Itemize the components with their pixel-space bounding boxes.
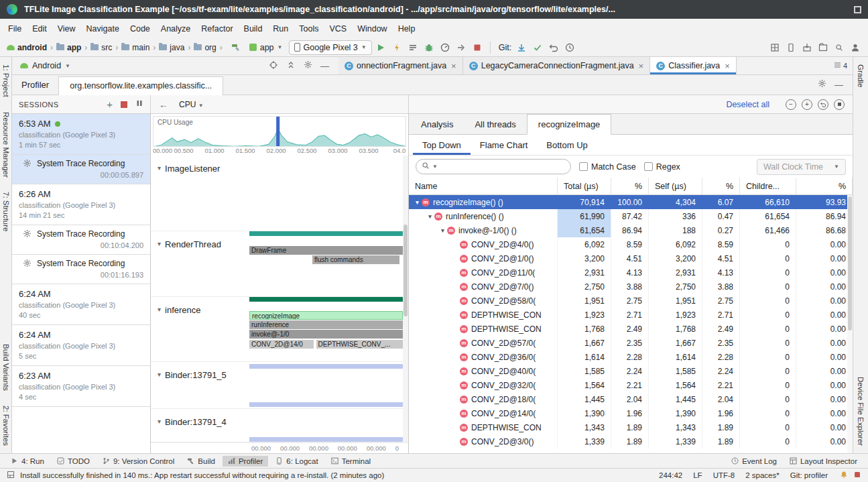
profiler-session-tab[interactable]: org.tensorflow.lite.examples.classific..…: [58, 76, 223, 95]
breadcrumb-item-main[interactable]: main: [120, 42, 151, 54]
scrollbar-thumb[interactable]: [404, 225, 408, 316]
commit-button[interactable]: [530, 40, 545, 55]
session-item[interactable]: 6:23 AMclassification (Google Pixel 3)4 …: [12, 366, 150, 407]
subtab-top-down[interactable]: Top Down: [413, 135, 471, 155]
project-view-selector[interactable]: Android ▼ —: [12, 57, 338, 74]
stop-button[interactable]: [470, 40, 485, 55]
recording-indicator-icon[interactable]: [853, 471, 861, 480]
trace-recording-item[interactable]: System Trace Recording00:00:05.897: [12, 155, 150, 184]
device-selector[interactable]: Google Pixel 3 ▼: [289, 40, 372, 55]
close-tab-icon[interactable]: ×: [639, 61, 644, 71]
match-case-option[interactable]: Match Case: [579, 162, 636, 172]
tool-button-4-run[interactable]: 4: Run: [5, 456, 50, 467]
session-item[interactable]: 6:24 AMclassification (Google Pixel 3)40…: [12, 284, 150, 325]
cpu-usage-chart[interactable]: CPU Usage: [153, 116, 406, 147]
search-box[interactable]: ▼: [416, 159, 571, 174]
stripe-button-7-structure[interactable]: 7: Structure: [2, 192, 10, 231]
column-header-self-s[interactable]: Self (µs): [649, 178, 702, 194]
trace-recording-item[interactable]: System Trace Recording00:01:16.193: [12, 255, 150, 284]
thread-toggle[interactable]: ▾inference: [151, 297, 249, 361]
search-input[interactable]: [440, 162, 565, 172]
table-row[interactable]: ▼mCONV_2D@14/0(1,3901.961,3901.9600.00: [409, 406, 853, 420]
run-config-selector[interactable]: app ▼: [245, 42, 288, 54]
stage-selector[interactable]: CPU ▼: [179, 100, 204, 109]
session-item[interactable]: 6:24 AMclassification (Google Pixel 3)5 …: [12, 325, 150, 366]
table-row[interactable]: ▼mCONV_2D@36/0(1,6142.281,6142.2800.00: [409, 350, 853, 364]
layout-inspector-icon[interactable]: [767, 40, 782, 55]
column-header-pct[interactable]: %: [702, 178, 740, 194]
menu-item-run[interactable]: Run: [267, 21, 294, 36]
table-row[interactable]: ▼mCONV_2D@4/0()6,0928.596,0928.5900.00: [409, 237, 853, 251]
history-button[interactable]: [562, 40, 577, 55]
table-row[interactable]: ▼mCONV_2D@18/0(1,4452.041,4452.0400.00: [409, 392, 853, 406]
editor-tab-legacycameraconnectionfragment-java[interactable]: CLegacyCameraConnectionFragment.java×: [463, 57, 651, 74]
menu-item-file[interactable]: File: [3, 21, 27, 36]
table-row[interactable]: ▼mrecognizeImage() ()70,914100.004,3046.…: [409, 195, 853, 209]
table-row[interactable]: ▼mCONV_2D@58/0(1,9512.751,9512.7500.00: [409, 294, 853, 308]
pause-session-button[interactable]: [135, 99, 143, 109]
menu-item-edit[interactable]: Edit: [27, 21, 52, 36]
table-row[interactable]: ▼mrunInference() ()61,99087.423360.4761,…: [409, 209, 853, 223]
table-row[interactable]: ▼mCONV_2D@32/0(1,5642.211,5642.2100.00: [409, 378, 853, 392]
debug-button[interactable]: [422, 40, 436, 55]
table-row[interactable]: ▼mCONV_2D@40/0(1,5852.241,5852.2400.00: [409, 364, 853, 378]
status-lf[interactable]: LF: [693, 471, 702, 479]
editor-tab-classifier-java[interactable]: CClassifier.java×: [650, 57, 737, 74]
notification-bell-icon[interactable]: [840, 471, 848, 480]
analysis-tab-analysis[interactable]: Analysis: [410, 114, 464, 134]
window-controls-icon[interactable]: [854, 6, 861, 13]
reset-zoom-icon[interactable]: [818, 99, 828, 110]
new-session-button[interactable]: +: [107, 99, 113, 109]
device-file-explorer-icon[interactable]: [816, 40, 830, 55]
search-everywhere-button[interactable]: [832, 40, 847, 55]
thread-toggle[interactable]: ▾ImageListener: [151, 156, 249, 231]
trace-event-bar[interactable]: CONV_2D@14/0: [249, 340, 314, 349]
trace-event-bar[interactable]: recognizeImage: [249, 311, 403, 320]
table-row[interactable]: ▼mCONV_2D@1/0()3,2004.513,2004.5100.00: [409, 251, 853, 265]
subtab-bottom-up[interactable]: Bottom Up: [537, 135, 597, 155]
stripe-button-build-variants[interactable]: Build Variants: [2, 344, 10, 391]
stripe-button-gradle[interactable]: Gradle: [857, 64, 865, 88]
trace-event-bar[interactable]: flush commands: [312, 255, 400, 264]
sdk-manager-icon[interactable]: [800, 40, 814, 55]
status-message[interactable]: Install successfully finished in 140 ms.…: [20, 471, 648, 479]
build-hammer-icon[interactable]: [229, 40, 243, 55]
gear-icon[interactable]: [818, 79, 826, 90]
locate-file-icon[interactable]: [269, 60, 278, 72]
tool-button-terminal[interactable]: Terminal: [326, 456, 376, 467]
breadcrumb-item-app[interactable]: app: [55, 42, 82, 54]
column-header-childre[interactable]: Childre...: [740, 178, 796, 194]
tool-button-event-log[interactable]: Event Log: [726, 456, 782, 467]
back-arrow-icon[interactable]: ←: [159, 99, 168, 110]
status-git-profiler[interactable]: Git: profiler: [790, 471, 828, 479]
tool-button-layout-inspector[interactable]: Layout Inspector: [784, 456, 863, 467]
breadcrumb-item-java[interactable]: java: [158, 42, 186, 54]
regex-checkbox[interactable]: [644, 162, 653, 171]
trace-event-bar[interactable]: runInference: [249, 320, 403, 329]
thread-toggle[interactable]: ▾Binder:13791_5: [151, 362, 249, 408]
zoom-out-icon[interactable]: −: [786, 99, 796, 110]
menu-item-help[interactable]: Help: [393, 21, 421, 36]
menu-item-navigate[interactable]: Navigate: [81, 21, 125, 36]
hide-panel-icon[interactable]: —: [834, 80, 843, 89]
analysis-tab-recognizeimage[interactable]: recognizeImage: [527, 114, 612, 135]
stripe-button-resource-manager[interactable]: Resource Manager: [2, 112, 10, 178]
thread-state-bar[interactable]: [249, 402, 403, 407]
regex-option[interactable]: Regex: [644, 162, 680, 172]
session-item[interactable]: 6:26 AMclassification (Google Pixel 3)14…: [12, 184, 150, 225]
subtab-flame-chart[interactable]: Flame Chart: [471, 135, 538, 155]
trace-event-bar[interactable]: DEPTHWISE_CONV_...: [316, 340, 403, 349]
toolwindow-toggle-icon[interactable]: [7, 471, 15, 480]
thread-state-bar[interactable]: [249, 364, 403, 369]
update-project-button[interactable]: [514, 40, 529, 55]
session-item[interactable]: 6:53 AMclassification (Google Pixel 3)1 …: [12, 114, 150, 155]
menu-item-vcs[interactable]: VCS: [324, 21, 352, 36]
hidden-tabs-button[interactable]: 4: [834, 62, 847, 70]
status-244-42[interactable]: 244:42: [659, 471, 682, 479]
zoom-to-selection-icon[interactable]: [834, 99, 845, 110]
table-row[interactable]: ▼mCONV_2D@11/0(2,9314.132,9314.1300.00: [409, 265, 853, 280]
timeline-scrollbar[interactable]: [403, 156, 408, 442]
user-avatar-icon[interactable]: [848, 40, 863, 55]
table-row[interactable]: ▼minvoke@-1/0() ()61,65486.941880.2761,4…: [409, 223, 853, 237]
profile-app-button[interactable]: [438, 40, 452, 55]
